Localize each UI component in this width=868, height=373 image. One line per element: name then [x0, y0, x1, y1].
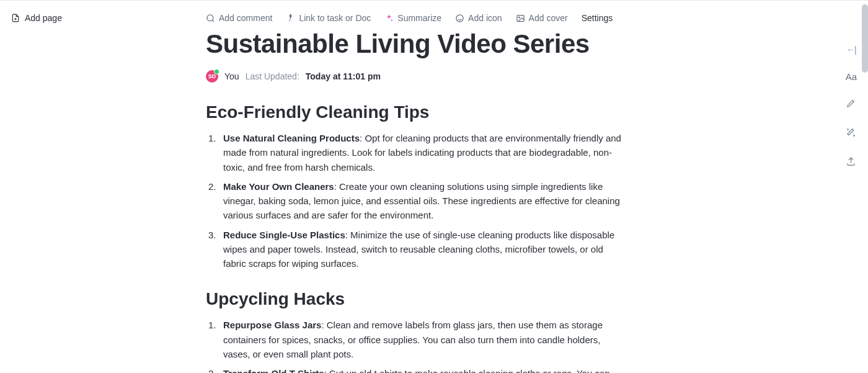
collapse-button[interactable]: ←| [846, 44, 856, 55]
share-button[interactable] [846, 156, 856, 169]
summarize-button[interactable]: Summarize [384, 13, 441, 23]
add-cover-button[interactable]: Add cover [516, 13, 568, 23]
list-item: Reduce Single-Use Plastics: Minimize the… [206, 228, 627, 271]
link-icon [286, 14, 295, 23]
list-item: Transform Old T-Shirts: Cut up old t-shi… [206, 366, 627, 373]
summarize-label: Summarize [397, 13, 441, 23]
page-meta: SD You Last Updated: Today at 11:01 pm [206, 70, 627, 83]
link-task-label: Link to task or Doc [299, 13, 371, 23]
sparkle-icon [384, 14, 394, 23]
sidebar: Add page [0, 1, 186, 35]
add-cover-label: Add cover [529, 13, 568, 23]
avatar[interactable]: SD [206, 70, 218, 83]
comment-icon [206, 14, 215, 23]
scrollbar[interactable] [862, 4, 868, 73]
updated-time: Today at 11:01 pm [306, 71, 381, 81]
right-tool-rail: ←| Aa [846, 44, 857, 169]
settings-label: Settings [582, 13, 613, 23]
main-content: Add comment Link to task or Doc Summariz… [206, 1, 627, 373]
add-page-button[interactable]: Add page [11, 13, 175, 23]
add-icon-button[interactable]: Add icon [455, 13, 502, 23]
list-eco: Use Natural Cleaning Products: Opt for c… [206, 131, 627, 271]
section-heading: Upcycling Hacks [206, 289, 627, 309]
image-icon [516, 14, 525, 23]
svg-point-3 [518, 17, 520, 18]
settings-button[interactable]: Settings [582, 13, 613, 23]
list-item: Repurpose Glass Jars: Clean and remove l… [206, 318, 627, 361]
upload-icon [846, 156, 856, 167]
add-comment-button[interactable]: Add comment [206, 13, 272, 23]
list-item: Make Your Own Cleaners: Create your own … [206, 179, 627, 223]
style-button[interactable] [846, 98, 856, 111]
collapse-icon: ←| [846, 45, 856, 55]
add-comment-label: Add comment [219, 13, 272, 23]
author-name: You [224, 71, 239, 81]
pencil-icon [846, 98, 856, 109]
updated-label: Last Updated: [246, 71, 299, 81]
typography-icon: Aa [846, 71, 857, 82]
section-heading: Eco-Friendly Cleaning Tips [206, 102, 627, 122]
emoji-icon [455, 14, 464, 23]
page-title: Sustainable Living Video Series [206, 29, 627, 59]
list-item: Use Natural Cleaning Products: Opt for c… [206, 131, 627, 174]
wand-icon [846, 127, 856, 138]
add-page-icon [11, 14, 20, 22]
typography-button[interactable]: Aa [846, 71, 857, 82]
add-icon-label: Add icon [468, 13, 502, 23]
link-task-button[interactable]: Link to task or Doc [286, 13, 371, 23]
svg-point-1 [456, 14, 463, 21]
svg-point-0 [207, 14, 213, 20]
page-toolbar: Add comment Link to task or Doc Summariz… [206, 13, 627, 23]
magic-button[interactable] [846, 127, 856, 140]
add-page-label: Add page [25, 13, 62, 23]
list-upcycle: Repurpose Glass Jars: Clean and remove l… [206, 318, 627, 373]
